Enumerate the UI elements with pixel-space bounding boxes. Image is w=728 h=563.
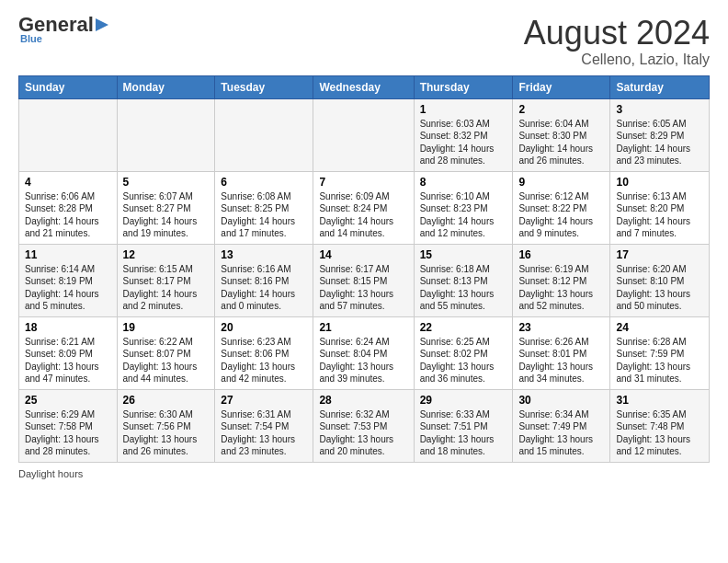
day-info: Sunrise: 6:28 AMSunset: 7:59 PMDaylight:… — [616, 337, 690, 385]
day-info: Sunrise: 6:10 AMSunset: 8:23 PMDaylight:… — [420, 191, 495, 239]
day-number: 15 — [420, 248, 507, 261]
day-number: 17 — [616, 248, 703, 261]
calendar-cell: 26Sunrise: 6:30 AMSunset: 7:56 PMDayligh… — [117, 389, 215, 462]
calendar-week-row: 25Sunrise: 6:29 AMSunset: 7:58 PMDayligh… — [19, 389, 710, 462]
calendar-header-row: SundayMondayTuesdayWednesdayThursdayFrid… — [19, 75, 710, 98]
calendar-cell: 4Sunrise: 6:06 AMSunset: 8:28 PMDaylight… — [19, 171, 118, 244]
day-info: Sunrise: 6:26 AMSunset: 8:01 PMDaylight:… — [518, 337, 593, 385]
calendar-cell: 17Sunrise: 6:20 AMSunset: 8:10 PMDayligh… — [610, 244, 710, 316]
day-info: Sunrise: 6:34 AMSunset: 7:49 PMDaylight:… — [518, 409, 593, 457]
day-number: 27 — [221, 394, 307, 407]
calendar-cell: 29Sunrise: 6:33 AMSunset: 7:51 PMDayligh… — [414, 389, 513, 462]
calendar-table: SundayMondayTuesdayWednesdayThursdayFrid… — [18, 75, 710, 463]
day-number: 29 — [420, 394, 507, 407]
calendar-header-thursday: Thursday — [414, 75, 513, 98]
calendar-cell: 13Sunrise: 6:16 AMSunset: 8:16 PMDayligh… — [215, 244, 313, 316]
day-info: Sunrise: 6:14 AMSunset: 8:19 PMDaylight:… — [25, 264, 99, 312]
calendar-header-sunday: Sunday — [19, 75, 118, 98]
calendar-week-row: 11Sunrise: 6:14 AMSunset: 8:19 PMDayligh… — [19, 244, 710, 316]
day-number: 24 — [616, 321, 703, 334]
day-number: 7 — [319, 176, 407, 189]
day-number: 10 — [616, 176, 703, 189]
logo-arrow-icon — [94, 17, 110, 33]
day-info: Sunrise: 6:03 AMSunset: 8:32 PMDaylight:… — [420, 119, 495, 167]
calendar-cell: 18Sunrise: 6:21 AMSunset: 8:09 PMDayligh… — [19, 316, 118, 389]
calendar-cell: 31Sunrise: 6:35 AMSunset: 7:48 PMDayligh… — [610, 389, 710, 462]
day-info: Sunrise: 6:08 AMSunset: 8:25 PMDaylight:… — [221, 191, 295, 239]
day-number: 18 — [25, 321, 111, 334]
day-number: 28 — [319, 394, 407, 407]
calendar-cell — [215, 98, 313, 171]
calendar-cell — [19, 98, 118, 171]
day-number: 20 — [221, 321, 307, 334]
day-info: Sunrise: 6:23 AMSunset: 8:06 PMDaylight:… — [221, 337, 295, 385]
calendar-cell: 2Sunrise: 6:04 AMSunset: 8:30 PMDaylight… — [513, 98, 610, 171]
day-info: Sunrise: 6:09 AMSunset: 8:24 PMDaylight:… — [319, 191, 393, 239]
calendar-header-saturday: Saturday — [610, 75, 710, 98]
footer-note: Daylight hours — [18, 468, 710, 479]
calendar-cell: 30Sunrise: 6:34 AMSunset: 7:49 PMDayligh… — [513, 389, 610, 462]
day-number: 30 — [518, 394, 604, 407]
calendar-cell: 7Sunrise: 6:09 AMSunset: 8:24 PMDaylight… — [313, 171, 414, 244]
day-number: 5 — [123, 176, 210, 189]
calendar-cell: 16Sunrise: 6:19 AMSunset: 8:12 PMDayligh… — [513, 244, 610, 316]
calendar-week-row: 18Sunrise: 6:21 AMSunset: 8:09 PMDayligh… — [19, 316, 710, 389]
calendar-cell: 11Sunrise: 6:14 AMSunset: 8:19 PMDayligh… — [19, 244, 118, 316]
calendar-cell: 28Sunrise: 6:32 AMSunset: 7:53 PMDayligh… — [313, 389, 414, 462]
calendar-cell: 9Sunrise: 6:12 AMSunset: 8:22 PMDaylight… — [513, 171, 610, 244]
day-number: 25 — [25, 394, 111, 407]
calendar-cell: 19Sunrise: 6:22 AMSunset: 8:07 PMDayligh… — [117, 316, 215, 389]
day-info: Sunrise: 6:32 AMSunset: 7:53 PMDaylight:… — [319, 409, 393, 457]
logo-blue-text: Blue — [20, 33, 42, 44]
calendar-cell: 12Sunrise: 6:15 AMSunset: 8:17 PMDayligh… — [117, 244, 215, 316]
page-title: August 2024 — [524, 15, 710, 52]
calendar-cell: 20Sunrise: 6:23 AMSunset: 8:06 PMDayligh… — [215, 316, 313, 389]
calendar-cell: 1Sunrise: 6:03 AMSunset: 8:32 PMDaylight… — [414, 98, 513, 171]
day-info: Sunrise: 6:06 AMSunset: 8:28 PMDaylight:… — [25, 191, 99, 239]
day-number: 21 — [319, 321, 407, 334]
calendar-header-tuesday: Tuesday — [215, 75, 313, 98]
day-number: 26 — [123, 394, 210, 407]
calendar-cell: 27Sunrise: 6:31 AMSunset: 7:54 PMDayligh… — [215, 389, 313, 462]
day-info: Sunrise: 6:30 AMSunset: 7:56 PMDaylight:… — [123, 409, 198, 457]
day-number: 8 — [420, 176, 507, 189]
calendar-cell: 22Sunrise: 6:25 AMSunset: 8:02 PMDayligh… — [414, 316, 513, 389]
day-number: 6 — [221, 176, 307, 189]
day-number: 31 — [616, 394, 703, 407]
svg-marker-0 — [96, 18, 108, 31]
calendar-cell: 3Sunrise: 6:05 AMSunset: 8:29 PMDaylight… — [610, 98, 710, 171]
day-number: 1 — [420, 103, 507, 116]
day-number: 23 — [518, 321, 604, 334]
calendar-cell: 15Sunrise: 6:18 AMSunset: 8:13 PMDayligh… — [414, 244, 513, 316]
day-info: Sunrise: 6:25 AMSunset: 8:02 PMDaylight:… — [420, 337, 495, 385]
day-number: 19 — [123, 321, 210, 334]
day-number: 22 — [420, 321, 507, 334]
day-info: Sunrise: 6:16 AMSunset: 8:16 PMDaylight:… — [221, 264, 295, 312]
day-info: Sunrise: 6:15 AMSunset: 8:17 PMDaylight:… — [123, 264, 198, 312]
logo: General Blue — [18, 15, 110, 44]
day-number: 4 — [25, 176, 111, 189]
day-info: Sunrise: 6:22 AMSunset: 8:07 PMDaylight:… — [123, 337, 198, 385]
day-number: 9 — [518, 176, 604, 189]
day-number: 11 — [25, 248, 111, 261]
day-info: Sunrise: 6:13 AMSunset: 8:20 PMDaylight:… — [616, 191, 690, 239]
day-info: Sunrise: 6:18 AMSunset: 8:13 PMDaylight:… — [420, 264, 495, 312]
calendar-week-row: 1Sunrise: 6:03 AMSunset: 8:32 PMDaylight… — [19, 98, 710, 171]
day-info: Sunrise: 6:04 AMSunset: 8:30 PMDaylight:… — [518, 119, 593, 167]
day-info: Sunrise: 6:19 AMSunset: 8:12 PMDaylight:… — [518, 264, 593, 312]
day-info: Sunrise: 6:12 AMSunset: 8:22 PMDaylight:… — [518, 191, 593, 239]
calendar-cell: 10Sunrise: 6:13 AMSunset: 8:20 PMDayligh… — [610, 171, 710, 244]
calendar-week-row: 4Sunrise: 6:06 AMSunset: 8:28 PMDaylight… — [19, 171, 710, 244]
logo-general-text: General — [18, 15, 94, 35]
calendar-cell: 24Sunrise: 6:28 AMSunset: 7:59 PMDayligh… — [610, 316, 710, 389]
day-number: 13 — [221, 248, 307, 261]
title-block: August 2024 Celleno, Lazio, Italy — [524, 15, 710, 68]
calendar-cell: 6Sunrise: 6:08 AMSunset: 8:25 PMDaylight… — [215, 171, 313, 244]
day-number: 14 — [319, 248, 407, 261]
day-info: Sunrise: 6:05 AMSunset: 8:29 PMDaylight:… — [616, 119, 690, 167]
day-info: Sunrise: 6:24 AMSunset: 8:04 PMDaylight:… — [319, 337, 393, 385]
calendar-header-wednesday: Wednesday — [313, 75, 414, 98]
day-number: 3 — [616, 103, 703, 116]
page-subtitle: Celleno, Lazio, Italy — [524, 52, 710, 68]
day-info: Sunrise: 6:17 AMSunset: 8:15 PMDaylight:… — [319, 264, 393, 312]
